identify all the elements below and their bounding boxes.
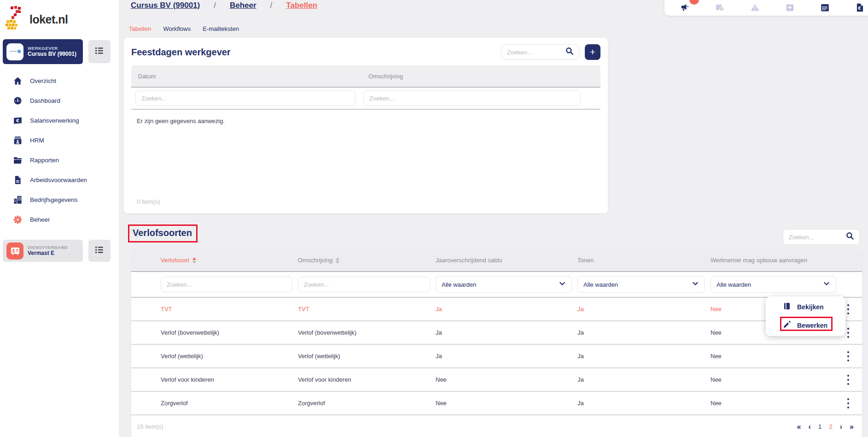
leave-search-input[interactable] — [789, 234, 845, 241]
holidays-filter-row — [131, 88, 600, 110]
column-header-omschrijving: Omschrijving — [368, 73, 600, 80]
omschrijving-filter-input[interactable] — [298, 277, 430, 292]
chevron-down-icon — [559, 280, 566, 289]
column-header-verlofsoort[interactable]: Verlofsoort — [161, 257, 298, 264]
omschrijving-filter-input[interactable] — [363, 90, 581, 106]
employer-list-button[interactable] — [88, 40, 111, 63]
employer-avatar — [6, 43, 23, 60]
column-header-omschrijving[interactable]: Omschrijving — [298, 257, 436, 264]
tab-tabellen[interactable]: Tabellen — [129, 25, 151, 32]
sidebar-item-rapporten[interactable]: Rapporten — [0, 150, 119, 170]
employment-type-label: DIENSTVERBAND — [28, 245, 68, 250]
sidebar: loket.nl WERKGEVER Cursus BV (99001) Ove… — [0, 0, 119, 437]
employment-card[interactable]: DIENSTVERBAND Vermast E — [3, 240, 83, 262]
megaphone-icon[interactable] — [680, 3, 690, 12]
leave-table-header: Verlofsoort Omschrijving Jaaroverschrijd… — [131, 249, 862, 272]
verlofsoort-filter-input[interactable] — [161, 277, 292, 292]
employment-list-button[interactable] — [88, 240, 111, 262]
pagination-next-icon[interactable]: › — [840, 423, 842, 431]
leave-item-count: 15 item(s) — [137, 423, 163, 430]
pagination-page-1[interactable]: 1 — [818, 423, 822, 430]
sidebar-item-overzicht[interactable]: Overzicht — [0, 71, 119, 91]
row-actions-kebab-icon[interactable] — [846, 351, 850, 361]
column-header-tonen: Tonen — [577, 257, 711, 264]
breadcrumb: Cursus BV (99001) / Beheer / Tabellen — [131, 1, 317, 10]
breadcrumb-employer[interactable]: Cursus BV (99001) — [131, 1, 200, 10]
row-actions-kebab-icon[interactable] — [846, 304, 850, 314]
sidebar-item-beheer[interactable]: Beheer — [0, 210, 119, 230]
holidays-item-count: 0 item(s) — [137, 198, 160, 205]
add-button[interactable]: + — [585, 44, 600, 60]
calendar-grid-icon[interactable] — [820, 3, 830, 12]
tab-emailteksten[interactable]: E-mailteksten — [203, 25, 239, 32]
pagination-page-2[interactable]: 2 — [829, 423, 833, 430]
list-icon — [94, 46, 105, 58]
view-book-icon — [783, 302, 791, 312]
calendar-clock-icon[interactable] — [715, 3, 725, 12]
leave-search[interactable] — [783, 229, 860, 245]
chevron-down-icon — [823, 280, 830, 289]
table-row[interactable]: Zorgverlof Zorgverlof Nee Ja Nee — [131, 392, 862, 415]
search-icon — [565, 47, 574, 58]
sidebar-item-label: Bedrijfsgegevens — [30, 196, 78, 203]
employment-name: Vermast E — [28, 250, 68, 257]
table-row[interactable]: Verlof (bovenwettelijk) Verlof (bovenwet… — [131, 321, 862, 345]
table-row[interactable]: Verlof (wettelijk) Verlof (wettelijk) Ja… — [131, 345, 862, 368]
table-row[interactable]: Verlof voor kinderen Verlof voor kindere… — [131, 368, 862, 392]
gauge-icon — [13, 96, 23, 106]
holidays-search[interactable] — [501, 44, 579, 60]
row-actions-kebab-icon[interactable] — [846, 328, 850, 338]
svg-text:€: € — [16, 118, 19, 123]
warning-triangle-icon[interactable] — [750, 3, 760, 12]
sidebar-item-bedrijfsgegevens[interactable]: Bedrijfsgegevens — [0, 190, 119, 210]
employer-card[interactable]: WERKGEVER Cursus BV (99001) — [3, 39, 83, 64]
opbouw-filter-select[interactable]: Alle waarden — [711, 276, 836, 293]
sidebar-item-label: HRM — [30, 137, 44, 144]
sidebar-item-arbeidsvoorwaarden[interactable]: Arbeidsvoorwaarden — [0, 170, 119, 190]
euro-document-icon[interactable]: € — [855, 3, 865, 12]
tab-workflows[interactable]: Workflows — [163, 25, 191, 32]
leave-table-footer: 15 item(s) « ‹ 1 2 › » — [131, 415, 862, 437]
gear-icon — [13, 215, 23, 224]
holidays-table-header: Datum Omschrijving — [131, 65, 600, 88]
leave-title: Verlofsoorten — [133, 228, 192, 238]
sidebar-item-hrm[interactable]: HRM — [0, 130, 119, 150]
svg-text:€: € — [858, 6, 861, 11]
id-card-icon — [13, 136, 23, 145]
sidebar-item-label: Overzicht — [30, 77, 56, 84]
search-icon — [845, 231, 855, 242]
datum-filter-input[interactable] — [135, 90, 355, 106]
buildings-icon — [13, 195, 23, 205]
breadcrumb-tabellen[interactable]: Tabellen — [286, 1, 317, 10]
breadcrumb-separator: / — [270, 1, 273, 10]
logo-mosaic-icon — [5, 6, 27, 33]
app-logo[interactable]: loket.nl — [5, 6, 68, 33]
sidebar-item-label: Rapporten — [30, 157, 59, 164]
row-actions-kebab-icon[interactable] — [846, 398, 850, 408]
sidebar-item-dashboard[interactable]: Dashboard — [0, 91, 119, 111]
inbox-add-icon[interactable] — [785, 3, 795, 12]
table-row[interactable]: TVT TVT Ja Ja Nee — [131, 298, 862, 321]
pagination-first-icon[interactable]: « — [797, 423, 801, 431]
sort-icon — [336, 257, 339, 264]
list-icon — [94, 245, 105, 257]
sidebar-item-label: Dashboard — [30, 97, 60, 104]
breadcrumb-beheer[interactable]: Beheer — [230, 1, 256, 10]
holidays-title: Feestdagen werkgever — [131, 47, 231, 58]
leave-filter-row: Alle waarden Alle waarden Alle waarden — [131, 272, 862, 298]
row-actions-kebab-icon[interactable] — [846, 375, 850, 385]
holidays-search-input[interactable] — [507, 49, 565, 56]
euro-banknote-icon: € — [13, 116, 23, 125]
pagination-prev-icon[interactable]: ‹ — [808, 423, 810, 431]
sidebar-nav: Overzicht Dashboard € Salarisverwerking … — [0, 71, 119, 230]
sidebar-item-label: Arbeidsvoorwaarden — [30, 177, 87, 183]
empty-state-text: Er zijn geen gegevens aanwezig. — [131, 118, 600, 124]
sidebar-item-salarisverwerking[interactable]: € Salarisverwerking — [0, 111, 119, 130]
logo-text: loket.nl — [29, 13, 68, 26]
beheer-tabs: Tabellen Workflows E-mailteksten — [129, 25, 239, 32]
menu-item-bewerken[interactable]: Bewerken — [766, 316, 845, 335]
tonen-filter-select[interactable]: Alle waarden — [577, 276, 705, 293]
menu-item-bekijken[interactable]: Bekijken — [766, 298, 845, 316]
saldo-filter-select[interactable]: Alle waarden — [436, 276, 572, 293]
pagination-last-icon[interactable]: » — [850, 423, 854, 431]
